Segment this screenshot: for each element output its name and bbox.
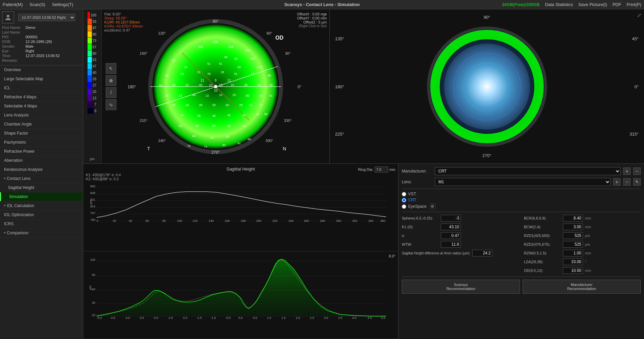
sidebar-item-selectable-4-maps[interactable]: Selectable 4 Maps	[0, 102, 83, 111]
manufacturer-add-btn[interactable]: +	[623, 167, 631, 175]
sidebar-item-chamber-angle[interactable]: Chamber Angle	[0, 120, 83, 129]
rzd1-input[interactable]	[563, 232, 583, 239]
lens-edit-btn[interactable]: ✎	[633, 178, 641, 186]
manufacturer-remove-btn[interactable]: −	[633, 167, 641, 175]
sidebar-item-sagittal-height[interactable]: Sagittal Height	[0, 183, 83, 192]
menu-save-picture[interactable]: Save Picture(I)	[578, 2, 607, 7]
svg-text:814: 814	[90, 205, 95, 208]
od-input[interactable]	[563, 267, 583, 274]
bcw-input[interactable]	[563, 224, 583, 230]
rzw-unit: mm	[585, 251, 591, 255]
memory-status: 34GB(Free)/200GB	[502, 2, 540, 7]
navigation: Overview Large Selectable Map ICL Refrac…	[0, 65, 83, 339]
sidebar-item-simulation[interactable]: Simulation	[0, 192, 83, 201]
menu-data-statistics[interactable]: Data Statistics	[545, 2, 573, 7]
svg-text:330°: 330°	[284, 118, 291, 123]
patient-header: 12-07-2020 13:06:52 Right First Name:Dem…	[0, 9, 83, 65]
lens-add-btn[interactable]: +	[613, 178, 621, 186]
manufacturer-select[interactable]: CRT	[435, 167, 621, 175]
scansys-rec-btn[interactable]: ScansysRecommendation	[402, 280, 520, 294]
sidebar-item-icl[interactable]: ICL	[0, 84, 83, 93]
svg-text:28: 28	[220, 70, 224, 74]
eyespace-radio[interactable]	[402, 204, 406, 209]
svg-text:-4.0: -4.0	[125, 316, 130, 320]
menu-pdf[interactable]: PDF	[612, 2, 621, 7]
wtw-item: WTW:	[402, 241, 519, 248]
svg-point-0	[7, 15, 9, 17]
menu-scan[interactable]: Scan(S)	[30, 2, 45, 7]
sidebar-item-comparison[interactable]: •Comparison	[0, 229, 83, 238]
sidebar-item-overview[interactable]: Overview	[0, 65, 83, 75]
wtw-input[interactable]	[441, 241, 461, 248]
lza-input[interactable]	[563, 258, 583, 265]
svg-text:236: 236	[213, 40, 218, 44]
od-unit: mm	[585, 269, 591, 273]
svg-text:53: 53	[178, 124, 182, 128]
sidebar-item-shape-factor[interactable]: Shape Factor	[0, 129, 83, 138]
rzd2-unit: μm	[585, 242, 590, 246]
profile-chart-container: 8.0° 100 80 60 40 20 μm	[83, 251, 398, 339]
sidebar-item-icrs[interactable]: ICRS	[0, 220, 83, 229]
sidebar-item-large-selectable-map[interactable]: Large Selectable Map	[0, 75, 83, 84]
lens-label: Lens:	[402, 180, 432, 184]
svg-text:-1.5: -1.5	[197, 316, 202, 320]
sidebar-item-iol-optimization[interactable]: IOL Optimization	[0, 210, 83, 220]
patient-selector[interactable]: 12-07-2020 13:06:52 Right	[18, 14, 75, 21]
vst-radio[interactable]	[402, 192, 406, 196]
rzd2-label: RZD2(475,675):	[524, 242, 561, 246]
svg-text:10: 10	[214, 89, 218, 92]
params-grid: Sphere(-6.5,-0.25): BCR(6.8,9.9): mm K1 …	[402, 215, 641, 274]
eyespace-radio-item[interactable]: EyeSpace ⚙	[402, 204, 641, 209]
ring-dia-label: Ring Dia:	[358, 167, 373, 172]
menu-settings[interactable]: Settings(T)	[52, 2, 73, 7]
color-scale-bar: 100 93 87 80	[88, 12, 97, 156]
sag-diff-item: Sagittal Height difference at 4mm radius…	[402, 250, 519, 256]
svg-text:-2.0: -2.0	[182, 316, 187, 320]
svg-text:164: 164	[198, 45, 203, 49]
expand-icon[interactable]: ⤢	[637, 12, 641, 18]
sidebar-item-refractive-power[interactable]: Refractive Power	[0, 147, 83, 156]
sidebar-item-keratoconus-analysis[interactable]: Keratoconus Analysis	[0, 165, 83, 174]
lens-remove-btn[interactable]: −	[623, 178, 631, 186]
svg-text:150°: 150°	[140, 51, 147, 55]
e-input[interactable]	[441, 232, 461, 239]
ring-dia-input[interactable]	[375, 166, 388, 173]
svg-text:2.0: 2.0	[296, 316, 300, 320]
svg-text:41: 41	[210, 136, 214, 139]
rzw-label: RZW(0.5,1.5):	[524, 251, 561, 255]
svg-text:30°: 30°	[285, 51, 290, 55]
rzd2-input[interactable]	[563, 241, 583, 248]
sag-diff-input[interactable]	[472, 250, 492, 256]
scale-73	[88, 38, 92, 44]
resize-icon[interactable]: ⤢	[322, 12, 327, 18]
sphere-input[interactable]	[441, 215, 461, 222]
sidebar-item-refractive-4-maps[interactable]: Refractive 4 Maps	[0, 93, 83, 102]
eyespace-icon[interactable]: ⚙	[430, 204, 435, 209]
crt-radio-item[interactable]: CRT	[402, 198, 641, 202]
rzw-input[interactable]	[563, 250, 583, 256]
angle-45: 45°	[632, 36, 639, 41]
sidebar-item-pachymetric[interactable]: Pachymetric	[0, 138, 83, 147]
vst-radio-item[interactable]: VST	[402, 192, 641, 196]
svg-text:59: 59	[195, 124, 199, 128]
cornea-map-svg[interactable]: 90° 0° 270° 180° 120° 60° 300° 240° 150°…	[118, 16, 313, 157]
svg-text:80: 80	[162, 219, 166, 223]
svg-text:60: 60	[225, 103, 229, 107]
rzd2-item: RZD2(475,675): μm	[524, 241, 641, 248]
bcr-input[interactable]	[563, 215, 583, 222]
svg-text:41: 41	[227, 113, 230, 117]
params-panel: Manufacturer: CRT + − Lens: M1 + − ✎	[398, 164, 644, 339]
crt-radio[interactable]	[402, 198, 406, 202]
k1d-item: K1 (D):	[402, 224, 519, 230]
menu-patient[interactable]: Patient(M)	[3, 2, 23, 7]
sidebar-item-iol-calculation[interactable]: •IOL Calculation	[0, 201, 83, 210]
menu-print[interactable]: Print(P)	[627, 2, 641, 7]
sidebar-item-aberration[interactable]: Aberration	[0, 156, 83, 165]
svg-text:29: 29	[234, 57, 237, 60]
mfr-rec-btn[interactable]: ManufacturerRecommendation	[523, 280, 641, 294]
scale-47	[88, 63, 92, 69]
k1d-input[interactable]	[441, 224, 461, 230]
sidebar-item-lens-analysis[interactable]: Lens Analysis	[0, 111, 83, 120]
sidebar-item-contact-lens[interactable]: •Contact Lens	[0, 174, 83, 183]
lens-select[interactable]: M1	[435, 178, 610, 186]
